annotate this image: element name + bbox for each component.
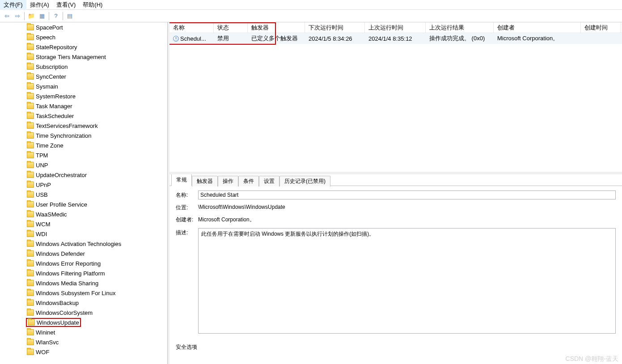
folder-icon: [27, 221, 34, 227]
toolbar-folder[interactable]: 📁: [26, 11, 36, 21]
tree-node-storage-tiers-management[interactable]: Storage Tiers Management: [0, 52, 167, 62]
tree-node-time-zone[interactable]: Time Zone: [0, 140, 167, 150]
tree-node-windowsbackup[interactable]: WindowsBackup: [0, 298, 167, 308]
tree-node-speech[interactable]: Speech: [0, 32, 167, 42]
tree-node-task-manager[interactable]: Task Manager: [0, 101, 167, 111]
col-triggers[interactable]: 触发器: [248, 22, 305, 33]
tree-node-usb[interactable]: USB: [0, 190, 167, 199]
tree-node-spaceport[interactable]: SpacePort: [0, 22, 167, 32]
tree-node-synccenter[interactable]: SyncCenter: [0, 72, 167, 81]
value-location: \Microsoft\Windows\WindowsUpdate: [198, 203, 285, 211]
toolbar-back[interactable]: ⇦: [2, 11, 12, 21]
folder-icon: [27, 24, 34, 30]
task-name: Schedul...: [169, 34, 214, 43]
tree-node-wlansvc[interactable]: WlanSvc: [0, 337, 167, 347]
menu-file[interactable]: 文件(F): [0, 0, 26, 10]
tree-node-wcm[interactable]: WCM: [0, 219, 167, 229]
label-name: 名称:: [176, 190, 198, 199]
col-created[interactable]: 创建时间: [581, 22, 621, 33]
label-location: 位置:: [176, 203, 198, 212]
tree-node-taskscheduler[interactable]: TaskScheduler: [0, 111, 167, 121]
label-author: 创建者:: [176, 215, 198, 224]
tree-node-staterepository[interactable]: StateRepository: [0, 42, 167, 52]
tree-node-wdi[interactable]: WDI: [0, 229, 167, 239]
folder-icon: [27, 34, 34, 40]
tab-conditions[interactable]: 条件: [238, 176, 259, 186]
folder-icon: [28, 319, 35, 326]
col-nextrun[interactable]: 下次运行时间: [305, 22, 365, 33]
toolbar-props[interactable]: ▦: [37, 11, 47, 21]
tab-general[interactable]: 常规: [171, 174, 192, 186]
tree-node-sysmain[interactable]: Sysmain: [0, 81, 167, 91]
folder-icon: [27, 113, 34, 119]
tree-node-windows-defender[interactable]: Windows Defender: [0, 249, 167, 258]
tree-panel[interactable]: SpacePortSpeechStateRepositoryStorage Ti…: [0, 22, 168, 364]
value-author: Microsoft Corporation。: [198, 215, 255, 224]
task-list-header: 名称 状态 触发器 下次运行时间 上次运行时间 上次运行结果 创建者 创建时间: [169, 22, 622, 33]
tab-actions[interactable]: 操作: [218, 176, 238, 186]
tree-node-windows-subsystem-for-linux[interactable]: Windows Subsystem For Linux: [0, 288, 167, 298]
folder-icon: [27, 54, 34, 60]
folder-icon: [27, 349, 34, 355]
task-list: 名称 状态 触发器 下次运行时间 上次运行时间 上次运行结果 创建者 创建时间 …: [169, 22, 622, 174]
tree-node-time-synchronization[interactable]: Time Synchronization: [0, 131, 167, 140]
folder-icon: [27, 300, 34, 306]
tree-node-unp[interactable]: UNP: [0, 160, 167, 170]
task-lastrun: 2024/1/4 8:35:12: [365, 34, 426, 43]
folder-icon: [27, 329, 34, 335]
tree-node-windows-filtering-platform[interactable]: Windows Filtering Platform: [0, 268, 167, 278]
tree-node-wininet[interactable]: Wininet: [0, 327, 167, 337]
tree-node-user-profile-service[interactable]: User Profile Service: [0, 199, 167, 209]
folder-icon: [27, 250, 34, 257]
folder-icon: [27, 280, 34, 286]
task-author: Microsoft Corporation。: [494, 34, 581, 43]
toolbar-help[interactable]: ?: [51, 11, 61, 21]
folder-icon: [27, 132, 34, 139]
right-panel: 名称 状态 触发器 下次运行时间 上次运行时间 上次运行结果 创建者 创建时间 …: [168, 22, 622, 364]
folder-icon: [27, 182, 34, 188]
main-container: SpacePortSpeechStateRepositoryStorage Ti…: [0, 22, 622, 364]
tab-strip: 常规 触发器 操作 条件 设置 历史记录(已禁用): [169, 174, 622, 186]
general-form: 名称: 位置: \Microsoft\Windows\WindowsUpdate…: [169, 186, 622, 342]
tree-node-wof[interactable]: WOF: [0, 347, 167, 357]
toolbar-forward[interactable]: ⇨: [13, 11, 22, 21]
folder-icon: [27, 162, 34, 168]
folder-icon: [27, 142, 34, 148]
tree-node-upnp[interactable]: UPnP: [0, 180, 167, 190]
folder-icon: [27, 309, 34, 316]
col-name[interactable]: 名称: [169, 22, 214, 33]
folder-icon: [27, 172, 34, 178]
task-lastresult: 操作成功完成。 (0x0): [426, 34, 494, 43]
folder-icon: [27, 231, 34, 237]
menu-help[interactable]: 帮助(H): [79, 0, 106, 10]
col-status[interactable]: 状态: [214, 22, 248, 33]
tab-history[interactable]: 历史记录(已禁用): [279, 176, 330, 186]
security-label: 安全选项: [169, 342, 622, 353]
tree-node-systemrestore[interactable]: SystemRestore: [0, 91, 167, 101]
tree-node-windowsupdate[interactable]: WindowsUpdate: [0, 317, 167, 327]
col-lastrun[interactable]: 上次运行时间: [365, 22, 426, 33]
toolbar-view[interactable]: ▤: [65, 11, 75, 21]
tree-node-subscription[interactable]: Subscription: [0, 62, 167, 72]
tree-node-updateorchestrator[interactable]: UpdateOrchestrator: [0, 170, 167, 180]
folder-icon: [27, 63, 34, 70]
tab-settings[interactable]: 设置: [259, 176, 279, 186]
input-name[interactable]: [198, 190, 616, 199]
menu-view[interactable]: 查看(V): [53, 0, 79, 10]
menu-action[interactable]: 操作(A): [26, 0, 53, 10]
tree-node-windowscolorsystem[interactable]: WindowsColorSystem: [0, 308, 167, 317]
tree-node-waasmedic[interactable]: WaaSMedic: [0, 209, 167, 219]
tab-triggers[interactable]: 触发器: [192, 176, 218, 186]
folder-icon: [27, 241, 34, 247]
tree-node-windows-media-sharing[interactable]: Windows Media Sharing: [0, 278, 167, 288]
tree-node-textservicesframework[interactable]: TextServicesFramework: [0, 121, 167, 131]
tree-node-tpm[interactable]: TPM: [0, 150, 167, 160]
label-desc: 描述:: [176, 228, 198, 237]
textarea-desc[interactable]: [198, 228, 616, 334]
col-author[interactable]: 创建者: [494, 22, 581, 33]
tree-node-windows-error-reporting[interactable]: Windows Error Reporting: [0, 258, 167, 268]
toolbar: ⇦ ⇨ 📁 ▦ ? ▤: [0, 10, 622, 22]
tree-node-windows-activation-technologies[interactable]: Windows Activation Technologies: [0, 239, 167, 249]
col-lastresult[interactable]: 上次运行结果: [426, 22, 494, 33]
task-row[interactable]: Schedul... 禁用 已定义多个触发器 2024/1/5 8:34:26 …: [169, 33, 622, 44]
